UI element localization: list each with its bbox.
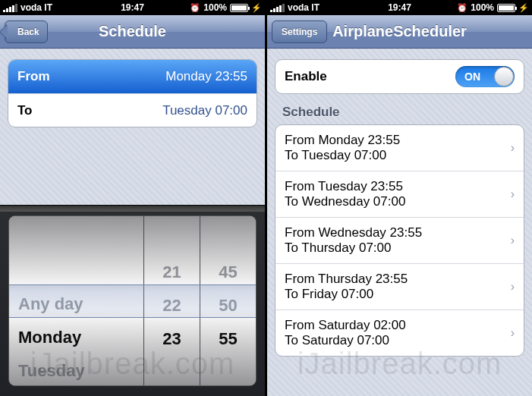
toggle-knob <box>494 67 514 86</box>
to-label: To <box>17 103 33 118</box>
schedule-range-group: From Monday 23:55 To Tuesday 07:00 <box>8 59 257 127</box>
battery-percent: 100% <box>471 2 494 13</box>
picker-col-minute[interactable]: 45 50 55 <box>200 216 256 385</box>
schedule-item-from: From Wednesday 23:55 <box>285 225 422 240</box>
signal-icon <box>3 4 17 12</box>
picker-col-hour[interactable]: 21 22 23 <box>143 216 200 385</box>
enable-label: Enable <box>285 69 327 84</box>
nav-bar: Back Schedule <box>0 15 265 49</box>
schedule-item[interactable]: From Monday 23:55To Tuesday 07:00› <box>275 125 524 171</box>
from-cell[interactable]: From Monday 23:55 <box>8 60 257 93</box>
schedule-item[interactable]: From Saturday 02:00To Saturday 07:00› <box>275 310 524 356</box>
to-cell[interactable]: To Tuesday 07:00 <box>8 93 257 127</box>
charging-icon: ⚡ <box>518 3 529 13</box>
battery-percent: 100% <box>203 2 227 13</box>
toggle-state: ON <box>464 71 480 83</box>
alarm-icon: ⏰ <box>457 3 467 13</box>
alarm-icon: ⏰ <box>190 3 200 13</box>
back-button[interactable]: Back <box>5 20 48 43</box>
chevron-right-icon: › <box>511 280 515 294</box>
enable-toggle[interactable]: ON <box>455 66 515 87</box>
battery-icon <box>497 4 515 12</box>
schedule-list: From Monday 23:55To Tuesday 07:00›From T… <box>275 124 524 357</box>
schedule-item-from: From Tuesday 23:55 <box>285 179 403 194</box>
chevron-right-icon: › <box>511 326 515 340</box>
from-label: From <box>17 69 50 84</box>
schedule-item-to: To Saturday 07:00 <box>285 333 389 348</box>
enable-group: Enable ON <box>275 59 524 94</box>
carrier-label: voda IT <box>288 2 320 13</box>
charging-icon: ⚡ <box>251 3 262 13</box>
chevron-right-icon: › <box>511 187 515 201</box>
chevron-right-icon: › <box>511 141 515 155</box>
status-time: 19:47 <box>388 2 411 13</box>
page-title: AirplaneScheduler <box>332 23 467 40</box>
carrier-label: voda IT <box>20 2 52 13</box>
status-bar: voda IT 19:47 ⏰ 100% ⚡ <box>0 0 265 15</box>
schedule-item-from: From Monday 23:55 <box>285 133 400 148</box>
enable-cell: Enable ON <box>275 60 524 93</box>
schedule-item[interactable]: From Thursday 23:55To Friday 07:00› <box>275 263 524 310</box>
datetime-picker[interactable]: Any day Monday Tuesday Wednesday 21 22 2… <box>0 205 265 396</box>
schedule-section-header: Schedule <box>282 105 532 120</box>
status-time: 19:47 <box>121 2 144 13</box>
picker-col-day[interactable]: Any day Monday Tuesday Wednesday <box>9 216 143 385</box>
signal-icon <box>270 4 285 12</box>
chevron-right-icon: › <box>511 234 515 247</box>
schedule-item[interactable]: From Tuesday 23:55To Wednesday 07:00› <box>275 171 524 217</box>
nav-bar: Settings AirplaneScheduler <box>267 15 532 49</box>
schedule-item-to: To Thursday 07:00 <box>285 240 392 256</box>
schedule-item-from: From Thursday 23:55 <box>285 272 408 287</box>
schedule-item-to: To Wednesday 07:00 <box>285 194 405 209</box>
status-bar: voda IT 19:47 ⏰ 100% ⚡ <box>267 0 532 15</box>
screen-schedule-detail: voda IT 19:47 ⏰ 100% ⚡ Back Schedule Fro… <box>0 0 265 396</box>
settings-back-button[interactable]: Settings <box>272 20 327 43</box>
schedule-item[interactable]: From Wednesday 23:55To Thursday 07:00› <box>275 217 524 263</box>
schedule-item-to: To Tuesday 07:00 <box>285 148 386 163</box>
to-value: Tuesday 07:00 <box>162 103 247 118</box>
screen-scheduler-list: voda IT 19:47 ⏰ 100% ⚡ Settings Airplane… <box>267 0 532 396</box>
page-title: Schedule <box>99 23 166 40</box>
schedule-item-to: To Friday 07:00 <box>285 287 373 302</box>
schedule-item-from: From Saturday 02:00 <box>285 318 406 333</box>
battery-icon <box>230 4 248 12</box>
from-value: Monday 23:55 <box>165 69 247 84</box>
